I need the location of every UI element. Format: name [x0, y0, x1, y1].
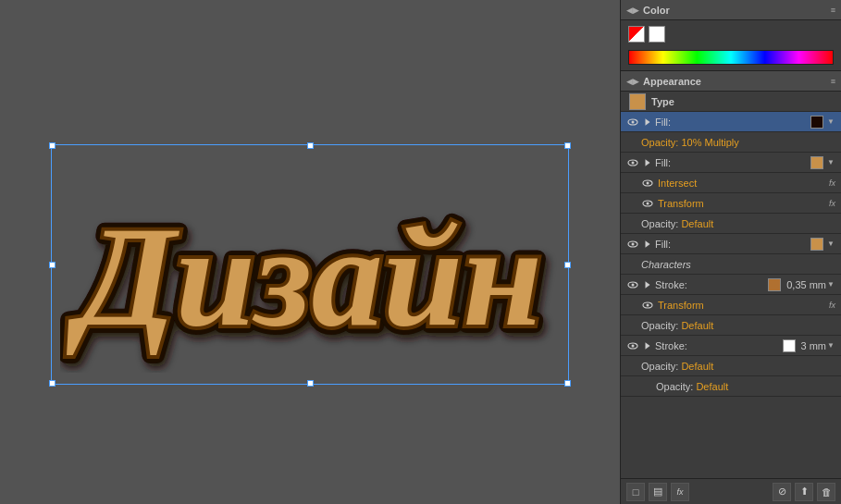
appearance-header-left: ◀▶ Appearance [626, 76, 701, 87]
eye-1[interactable] [626, 116, 639, 129]
svg-point-8 [632, 161, 635, 164]
appearance-rows: Type Fill: ▼ Opacity: 10% Multiply [621, 92, 841, 478]
svg-point-15 [632, 242, 635, 245]
layer-btn[interactable]: ▤ [649, 483, 667, 501]
delete-icon: 🗑 [822, 486, 832, 498]
svg-point-13 [647, 202, 649, 204]
layer-icon: ▤ [653, 486, 662, 498]
color-swatches [621, 20, 841, 48]
appearance-panel-collapse[interactable]: ◀▶ [626, 77, 639, 86]
stroke-2-color[interactable] [783, 339, 796, 352]
opacity-1-label: Opacity: 10% Multiply [641, 137, 835, 148]
eye-stroke-2[interactable] [626, 339, 639, 352]
stroke-1-label: Stroke: [655, 279, 765, 290]
type-color-box[interactable] [629, 93, 646, 110]
no-entry-btn[interactable]: ⊘ [773, 483, 791, 501]
intersect-row[interactable]: Intersect fx [621, 173, 841, 193]
eye-3[interactable] [626, 238, 639, 251]
fill-1-dropdown[interactable]: ▼ [826, 117, 835, 127]
eye-transform-1[interactable] [641, 197, 654, 210]
eye-intersect[interactable] [641, 177, 654, 190]
fill-1-label: Fill: [655, 117, 808, 128]
opacity-5-row[interactable]: Opacity: Default [621, 376, 841, 397]
opacity-1-row[interactable]: Opacity: 10% Multiply [621, 132, 841, 153]
tri-3[interactable] [643, 240, 652, 249]
svg-marker-6 [646, 118, 650, 126]
svg-point-21 [647, 303, 649, 306]
stroke-1-color[interactable] [768, 278, 781, 291]
opacity-2-label: Opacity: Default [641, 218, 835, 229]
type-label: Type [651, 96, 835, 107]
stroke-2-row[interactable]: Stroke: 3 mm ▼ [621, 336, 841, 356]
intersect-label: Intersect [658, 178, 743, 189]
transform-2-row[interactable]: Transform fx [621, 295, 841, 315]
opacity-3-label: Opacity: Default [641, 320, 835, 331]
eye-transform-2[interactable] [641, 299, 654, 312]
type-row[interactable]: Type [621, 92, 841, 112]
transform-1-fx: fx [829, 199, 835, 208]
svg-point-5 [632, 120, 635, 123]
opacity-4-label: Opacity: Default [641, 361, 835, 372]
new-layer-btn[interactable]: □ [626, 483, 645, 501]
fill-2-color[interactable] [810, 156, 823, 169]
color-panel-title: Color [643, 5, 670, 16]
opacity-3-row[interactable]: Opacity: Default [621, 315, 841, 336]
fill-3-label: Fill: [655, 239, 808, 250]
color-panel-menu[interactable]: ≡ [831, 6, 835, 15]
appearance-panel: ◀▶ Appearance ≡ Type Fill: ▼ [621, 71, 841, 504]
fill-3-color[interactable] [810, 238, 823, 251]
stroke-1-row[interactable]: Stroke: 0,35 mm ▼ [621, 275, 841, 295]
bottom-toolbar: □ ▤ fx ⊘ ⬆ 🗑 [621, 478, 841, 504]
fill-3-row[interactable]: Fill: ▼ [621, 234, 841, 254]
svg-point-18 [632, 283, 635, 286]
move-up-icon: ⬆ [800, 486, 809, 498]
svg-point-11 [647, 181, 649, 184]
tri-1[interactable] [643, 117, 652, 127]
characters-row[interactable]: Characters [621, 254, 841, 275]
color-spectrum[interactable] [628, 50, 834, 65]
svg-marker-16 [646, 240, 650, 248]
swatch-foreground[interactable] [628, 26, 645, 43]
eye-opacity-5[interactable] [639, 380, 652, 393]
no-entry-icon: ⊘ [778, 486, 786, 498]
fill-1-row[interactable]: Fill: ▼ [621, 112, 841, 132]
fill-2-row[interactable]: Fill: ▼ [621, 153, 841, 173]
svg-point-23 [632, 344, 635, 347]
svg-marker-9 [646, 159, 650, 166]
color-panel-header: ◀▶ Color ≡ [621, 0, 841, 20]
eye-2[interactable] [626, 156, 639, 169]
tri-stroke-2[interactable] [643, 341, 652, 350]
tri-2[interactable] [643, 158, 652, 167]
delete-btn[interactable]: 🗑 [817, 483, 835, 501]
tri-stroke-1[interactable] [643, 280, 652, 289]
svg-text:Дизайн: Дизайн [67, 197, 542, 356]
stroke-2-label: Stroke: [655, 340, 780, 351]
stroke-1-value: 0,35 mm [786, 279, 826, 290]
move-up-btn[interactable]: ⬆ [795, 483, 813, 501]
design-text-svg: Дизайн Дизайн Дизайн Дизайн [60, 154, 560, 375]
transform-1-row[interactable]: Transform fx [621, 193, 841, 214]
fill-2-dropdown[interactable]: ▼ [826, 158, 835, 167]
color-panel-collapse[interactable]: ◀▶ [626, 6, 639, 15]
transform-2-fx: fx [829, 301, 835, 310]
swatch-background[interactable] [649, 26, 665, 43]
new-layer-icon: □ [633, 486, 639, 498]
eye-stroke-1[interactable] [626, 278, 639, 291]
appearance-panel-menu[interactable]: ≡ [831, 77, 835, 86]
intersect-fx: fx [829, 178, 835, 188]
characters-label: Characters [641, 259, 835, 270]
transform-1-label: Transform [658, 198, 743, 209]
appearance-panel-title: Appearance [643, 76, 701, 87]
svg-marker-19 [646, 281, 650, 289]
canvas-area[interactable]: Дизайн Дизайн Дизайн Дизайн [0, 0, 620, 504]
stroke-2-value: 3 mm [801, 340, 827, 351]
svg-marker-24 [646, 342, 650, 350]
fx-btn[interactable]: fx [671, 483, 689, 501]
transform-2-label: Transform [658, 300, 743, 311]
opacity-4-row[interactable]: Opacity: Default [621, 356, 841, 376]
fill-3-dropdown[interactable]: ▼ [826, 240, 835, 249]
stroke-1-dropdown[interactable]: ▼ [826, 280, 835, 289]
fill-1-color[interactable] [810, 116, 823, 129]
stroke-2-dropdown[interactable]: ▼ [826, 341, 835, 350]
opacity-2-row[interactable]: Opacity: Default [621, 214, 841, 234]
